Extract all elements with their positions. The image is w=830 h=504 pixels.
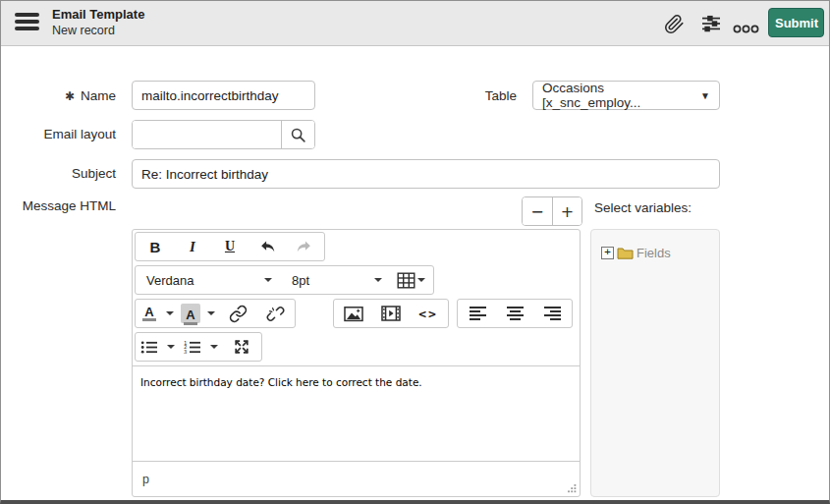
header-bar: Email Template New record <box>1 1 829 46</box>
expand-icon <box>234 339 249 355</box>
table-select-value: Occasions [x_snc_employ... <box>542 81 700 110</box>
image-icon <box>344 306 363 322</box>
submit-button[interactable]: Submit <box>768 8 824 37</box>
expand-node-icon[interactable]: + <box>601 247 614 259</box>
font-size-select[interactable]: 8pt <box>282 267 392 293</box>
background-color-button[interactable]: A <box>178 301 203 326</box>
align-center-icon <box>507 307 524 320</box>
undo-button[interactable] <box>249 234 286 259</box>
email-layout-label: Email layout <box>1 127 116 141</box>
align-left-icon <box>470 307 486 320</box>
table-select[interactable]: Occasions [x_snc_employ... ▼ <box>532 81 720 110</box>
record-title-block: Email Template New record <box>52 6 144 39</box>
toolbar-group-color-link: A A <box>135 299 296 328</box>
attachment-button[interactable] <box>662 12 686 35</box>
link-icon <box>229 305 248 323</box>
text-color-button[interactable]: A <box>137 301 162 326</box>
align-right-button[interactable] <box>533 301 571 326</box>
paperclip-icon <box>664 14 685 34</box>
source-code-button[interactable]: <> <box>410 301 447 326</box>
code-icon: <> <box>418 307 438 321</box>
message-html-label: Message HTML <box>1 198 116 213</box>
bullet-list-icon <box>140 340 158 355</box>
email-layout-reference-field <box>132 120 315 149</box>
font-family-select[interactable]: Verdana <box>137 267 282 293</box>
editor-content-area[interactable]: Incorrect birthday date? Click here to c… <box>133 365 580 461</box>
zoom-out-button[interactable]: − <box>523 197 552 225</box>
chevron-down-icon <box>374 278 382 282</box>
insert-image-button[interactable] <box>335 301 372 326</box>
sliders-icon <box>700 14 722 33</box>
numbered-list-button[interactable]: 1 2 3 <box>180 334 205 360</box>
email-layout-lookup-button[interactable] <box>281 121 314 148</box>
toolbar-group-font: Verdana 8pt <box>135 265 434 295</box>
unlink-icon <box>266 305 285 323</box>
svg-text:3: 3 <box>184 349 187 355</box>
numbered-list-menu-button[interactable] <box>205 334 223 360</box>
video-icon <box>381 306 401 321</box>
toolbar-group-align <box>457 299 573 328</box>
folder-icon <box>617 247 634 259</box>
fields-tree-node[interactable]: + Fields <box>601 246 671 260</box>
editor-status-bar: p <box>133 461 580 496</box>
more-options-button[interactable] <box>734 17 757 40</box>
chevron-down-icon <box>207 311 215 315</box>
search-icon <box>290 127 306 143</box>
chevron-down-icon <box>167 345 175 349</box>
name-label: ✱Name <box>1 88 116 103</box>
more-options-icon <box>733 24 759 34</box>
zoom-in-button[interactable]: + <box>552 197 581 225</box>
select-variables-panel: + Fields <box>590 229 720 497</box>
name-input[interactable] <box>132 81 315 110</box>
select-variables-label: Select variables: <box>594 200 692 215</box>
align-left-button[interactable] <box>459 301 496 326</box>
resize-grip[interactable] <box>566 482 577 493</box>
undo-icon <box>258 238 276 255</box>
background-color-menu-button[interactable] <box>203 301 219 326</box>
insert-media-button[interactable] <box>372 301 410 326</box>
align-right-icon <box>544 307 561 320</box>
email-layout-input[interactable] <box>133 121 281 148</box>
editor-zoom-controls: − + <box>522 196 582 226</box>
redo-icon <box>296 238 313 255</box>
page-subtitle: New record <box>52 23 144 39</box>
bullet-list-menu-button[interactable] <box>162 334 180 360</box>
highlight-swatch: A <box>181 304 199 323</box>
table-icon <box>397 272 415 289</box>
italic-button[interactable]: I <box>174 234 211 259</box>
email-template-form: Email Template New record <box>0 0 830 504</box>
table-label: Table <box>423 88 517 103</box>
chevron-down-icon <box>264 278 272 282</box>
bullet-list-button[interactable] <box>137 334 162 360</box>
chevron-down-icon <box>210 345 218 349</box>
subject-label: Subject <box>1 166 116 181</box>
toolbar-group-formatting: B I U <box>135 232 325 261</box>
underline-button[interactable]: U <box>211 234 249 259</box>
align-center-button[interactable] <box>496 301 533 326</box>
chevron-down-icon: ▼ <box>700 90 710 101</box>
text-color-menu-button[interactable] <box>162 301 178 326</box>
toolbar-group-media: <> <box>333 299 449 328</box>
fields-tree-label: Fields <box>636 246 671 260</box>
hamburger-menu-icon[interactable] <box>15 13 39 33</box>
bold-button[interactable]: B <box>137 234 174 259</box>
fullscreen-button[interactable] <box>223 334 260 360</box>
insert-link-button[interactable] <box>219 301 256 326</box>
chevron-down-icon <box>166 311 174 315</box>
redo-button[interactable] <box>286 234 323 259</box>
page-title: Email Template <box>52 6 144 23</box>
element-path[interactable]: p <box>142 473 149 486</box>
message-html-editor: B I U Verdana 8pt <box>132 229 581 497</box>
personalize-form-button[interactable] <box>699 12 723 35</box>
numbered-list-icon: 1 2 3 <box>184 340 201 355</box>
toolbar-group-lists: 1 2 3 <box>135 332 262 362</box>
insert-table-button[interactable] <box>392 267 429 293</box>
editor-text: Incorrect birthday date? Click here to c… <box>140 376 422 388</box>
chevron-down-icon <box>417 278 425 282</box>
subject-input[interactable] <box>132 159 720 189</box>
required-marker: ✱ <box>65 89 75 103</box>
remove-link-button[interactable] <box>256 301 294 326</box>
